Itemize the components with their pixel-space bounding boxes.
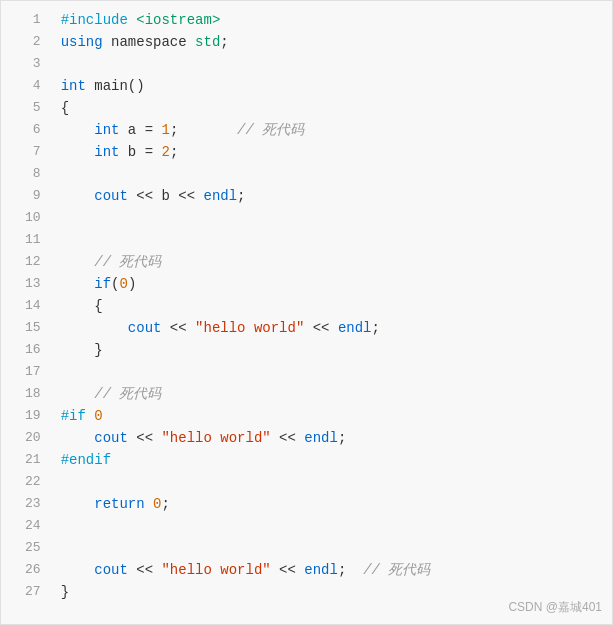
line-number: 27 [1, 581, 53, 603]
line-code [53, 163, 612, 185]
code-token: std [195, 34, 220, 50]
line-code: return 0; [53, 493, 612, 515]
table-row: 13 if(0) [1, 273, 612, 295]
line-code [53, 207, 612, 229]
line-number: 24 [1, 515, 53, 537]
line-code [53, 471, 612, 493]
line-number: 13 [1, 273, 53, 295]
table-row: 8 [1, 163, 612, 185]
code-token: int [94, 122, 119, 138]
line-code [53, 537, 612, 559]
line-code [53, 361, 612, 383]
table-row: 17 [1, 361, 612, 383]
code-token: 0 [119, 276, 127, 292]
line-number: 20 [1, 427, 53, 449]
line-code [53, 229, 612, 251]
code-token: // 死代码 [94, 386, 161, 402]
line-code: if(0) [53, 273, 612, 295]
line-code: #include <iostream> [53, 9, 612, 31]
line-number: 12 [1, 251, 53, 273]
table-row: 10 [1, 207, 612, 229]
table-row: 18 // 死代码 [1, 383, 612, 405]
table-row: 16 } [1, 339, 612, 361]
table-row: 26 cout << "hello world" << endl; // 死代码 [1, 559, 612, 581]
line-number: 21 [1, 449, 53, 471]
code-token: // 死代码 [94, 254, 161, 270]
line-code [53, 515, 612, 537]
line-number: 26 [1, 559, 53, 581]
code-token: int [61, 78, 86, 94]
line-number: 6 [1, 119, 53, 141]
table-row: 22 [1, 471, 612, 493]
line-code: int a = 1; // 死代码 [53, 119, 612, 141]
table-row: 3 [1, 53, 612, 75]
line-code: cout << "hello world" << endl; [53, 317, 612, 339]
line-number: 18 [1, 383, 53, 405]
code-table: 1#include <iostream>2using namespace std… [1, 9, 612, 603]
line-number: 5 [1, 97, 53, 119]
line-code: cout << b << endl; [53, 185, 612, 207]
code-token: using [61, 34, 103, 50]
line-code: // 死代码 [53, 251, 612, 273]
line-number: 3 [1, 53, 53, 75]
line-number: 9 [1, 185, 53, 207]
table-row: 21#endif [1, 449, 612, 471]
code-token: cout [94, 430, 128, 446]
line-number: 4 [1, 75, 53, 97]
code-token: 0 [153, 496, 161, 512]
code-token: // 死代码 [363, 562, 430, 578]
code-token: "hello world" [195, 320, 304, 336]
table-row: 15 cout << "hello world" << endl; [1, 317, 612, 339]
table-row: 23 return 0; [1, 493, 612, 515]
line-number: 11 [1, 229, 53, 251]
line-code [53, 53, 612, 75]
line-number: 19 [1, 405, 53, 427]
line-number: 10 [1, 207, 53, 229]
line-number: 2 [1, 31, 53, 53]
line-code: cout << "hello world" << endl; [53, 427, 612, 449]
line-number: 1 [1, 9, 53, 31]
line-number: 17 [1, 361, 53, 383]
table-row: 24 [1, 515, 612, 537]
code-token: cout [94, 188, 128, 204]
code-token: #include [61, 12, 137, 28]
table-row: 14 { [1, 295, 612, 317]
line-number: 23 [1, 493, 53, 515]
table-row: 6 int a = 1; // 死代码 [1, 119, 612, 141]
code-token: 2 [161, 144, 169, 160]
line-number: 22 [1, 471, 53, 493]
line-code: cout << "hello world" << endl; // 死代码 [53, 559, 612, 581]
line-code: // 死代码 [53, 383, 612, 405]
line-number: 14 [1, 295, 53, 317]
line-number: 15 [1, 317, 53, 339]
code-token: int [94, 144, 119, 160]
code-token: endl [304, 562, 338, 578]
code-editor: 1#include <iostream>2using namespace std… [0, 0, 613, 625]
table-row: 5{ [1, 97, 612, 119]
table-row: 20 cout << "hello world" << endl; [1, 427, 612, 449]
code-token: 1 [161, 122, 169, 138]
table-row: 4int main() [1, 75, 612, 97]
code-token: if [94, 276, 111, 292]
table-row: 19#if 0 [1, 405, 612, 427]
table-row: 2using namespace std; [1, 31, 612, 53]
code-token: endl [304, 430, 338, 446]
table-row: 12 // 死代码 [1, 251, 612, 273]
code-token: cout [94, 562, 128, 578]
code-token: "hello world" [161, 430, 270, 446]
line-code: int b = 2; [53, 141, 612, 163]
code-token: #if [61, 408, 95, 424]
table-row: 7 int b = 2; [1, 141, 612, 163]
code-token: return [94, 496, 144, 512]
line-code: } [53, 339, 612, 361]
watermark: CSDN @嘉城401 [508, 599, 602, 616]
line-number: 16 [1, 339, 53, 361]
code-token: 0 [94, 408, 102, 424]
line-number: 8 [1, 163, 53, 185]
code-token: cout [128, 320, 162, 336]
code-token: endl [203, 188, 237, 204]
code-token: <iostream> [136, 12, 220, 28]
code-token: // 死代码 [178, 122, 304, 138]
table-row: 9 cout << b << endl; [1, 185, 612, 207]
line-code: { [53, 295, 612, 317]
